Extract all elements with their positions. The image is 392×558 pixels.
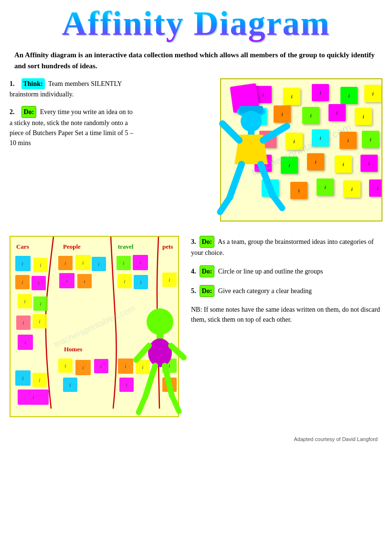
step-4-num: 4. <box>191 268 196 275</box>
step-3: 3. Do: As a team, group the brainstormed… <box>191 236 382 258</box>
step-3-label: Do: <box>200 236 215 248</box>
step-1: 1. Think: Team members SILENTLY brainsto… <box>10 78 134 99</box>
right-steps: 3. Do: As a team, group the brainstormed… <box>191 236 382 427</box>
svg-point-2 <box>241 111 262 132</box>
svg-text:travel: travel <box>118 243 134 250</box>
svg-line-5 <box>222 124 239 140</box>
intro-text: An Affinity diagram is an interactive da… <box>14 50 378 71</box>
svg-line-85 <box>165 366 172 396</box>
left-instructions: 1. Think: Team members SILENTLY brainsto… <box>10 78 134 231</box>
svg-line-6 <box>263 126 287 140</box>
svg-text:i: i <box>140 260 141 265</box>
svg-text:i: i <box>101 364 102 369</box>
sticky-note <box>312 84 329 101</box>
svg-text:i: i <box>125 364 127 369</box>
svg-text:i: i <box>22 376 24 381</box>
svg-text:i: i <box>70 382 71 388</box>
green-figure <box>129 307 191 427</box>
step-4-text: Circle or line up and outline the groups <box>218 268 323 275</box>
svg-rect-79 <box>157 333 163 339</box>
step-5-num: 5. <box>191 287 196 295</box>
step-5-text: Give each category a clear heading <box>218 287 312 295</box>
svg-text:i: i <box>40 263 42 268</box>
sticky-note <box>362 131 379 148</box>
step-1-label: Think: <box>21 78 45 89</box>
svg-line-86 <box>172 396 179 411</box>
svg-text:i: i <box>126 382 127 388</box>
step-3-text: As a team, group the brainstormed ideas … <box>191 238 374 256</box>
sticky-note <box>360 155 378 172</box>
svg-line-82 <box>171 346 184 358</box>
svg-text:Homes: Homes <box>64 346 82 353</box>
svg-rect-3 <box>248 130 254 135</box>
bottom-scene: teachersprintables.com Cars People trave… <box>10 236 186 427</box>
step-4: 4. Do: Circle or line up and outline the… <box>191 265 382 277</box>
svg-text:i: i <box>66 278 68 284</box>
svg-point-78 <box>147 308 173 335</box>
svg-text:i: i <box>124 279 126 284</box>
step-2: 2. Do: Every time you write an idea on t… <box>10 106 134 148</box>
page-title: Affinity Diagram <box>0 0 392 45</box>
svg-text:i: i <box>83 260 84 265</box>
svg-text:i: i <box>23 320 24 326</box>
svg-text:Cars: Cars <box>16 243 29 250</box>
svg-text:i: i <box>98 262 100 267</box>
svg-text:i: i <box>25 340 26 345</box>
svg-line-84 <box>138 396 146 412</box>
sticky-note <box>307 153 324 170</box>
sticky-note <box>340 87 358 104</box>
svg-text:i: i <box>40 301 42 306</box>
step-2-label: Do: <box>21 106 37 118</box>
svg-text:i: i <box>39 378 41 383</box>
step-4-label: Do: <box>200 265 215 277</box>
step-5-label: Do: <box>200 285 215 297</box>
sticky-note <box>335 156 352 173</box>
sticky-note <box>317 179 334 196</box>
bottom-section: teachersprintables.com Cars People trave… <box>10 236 382 427</box>
svg-line-8 <box>220 198 230 212</box>
svg-text:i: i <box>33 395 34 400</box>
sticky-note <box>364 85 381 102</box>
step-5: 5. Do: Give each category a clear headin… <box>191 285 382 297</box>
sticky-note <box>328 104 346 121</box>
svg-text:i: i <box>65 261 66 266</box>
sticky-note <box>355 108 372 125</box>
top-scene: teachersprintables.com <box>201 78 382 231</box>
top-section: 1. Think: Team members SILENTLY brainsto… <box>10 78 382 231</box>
sticky-note <box>369 179 382 197</box>
svg-line-81 <box>136 346 149 360</box>
sticky-note <box>343 180 360 198</box>
svg-text:i: i <box>24 299 26 304</box>
step-3-num: 3. <box>191 238 196 245</box>
step-2-num: 2. <box>10 108 15 116</box>
svg-text:i: i <box>22 261 23 266</box>
svg-text:i: i <box>38 281 40 286</box>
svg-text:i: i <box>83 365 84 370</box>
nb-text: NB: If some notes have the same ideas wr… <box>191 305 382 325</box>
step-1-num: 1. <box>10 80 15 87</box>
svg-text:i: i <box>22 280 23 285</box>
footer: Adapted courtesy of David Langford <box>14 436 378 442</box>
svg-text:i: i <box>65 363 66 368</box>
svg-text:i: i <box>140 280 142 285</box>
svg-line-9 <box>261 164 273 195</box>
svg-line-7 <box>230 164 242 198</box>
svg-line-83 <box>146 366 155 396</box>
svg-text:pets: pets <box>162 243 173 250</box>
cyan-figure <box>211 97 306 231</box>
svg-text:i: i <box>39 319 41 324</box>
svg-line-10 <box>273 195 282 208</box>
right-illustration: teachersprintables.com <box>138 78 382 231</box>
svg-text:i: i <box>84 279 85 284</box>
svg-text:i: i <box>123 261 125 266</box>
svg-text:i: i <box>169 277 170 283</box>
svg-point-80 <box>148 338 172 367</box>
svg-text:People: People <box>63 243 81 250</box>
